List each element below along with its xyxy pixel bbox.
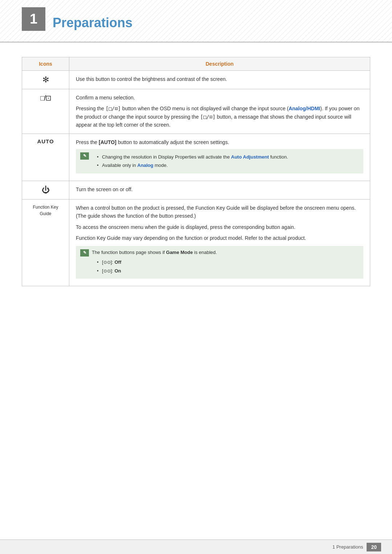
desc-input-source: Pressing the [□/⊡] button when the OSD m… (76, 104, 363, 129)
desc-cell-auto: Press the [AUTO] button to automatically… (69, 134, 370, 181)
note-content-funckey: The function buttons page shows if Game … (92, 249, 359, 276)
funckey-icon: Function Key Guide (33, 205, 58, 216)
footer-page-number: 20 (367, 543, 381, 551)
page-footer: 1 Preparations 20 (0, 539, 392, 554)
monitor-input-icon: □/⊡ (40, 94, 51, 102)
funckey-note-text: The function buttons page shows if Game … (92, 249, 359, 256)
note-box-auto: ✎ Changing the resolution in Display Pro… (76, 149, 363, 173)
desc-text: Use this button to control the brightnes… (76, 75, 363, 83)
table-row: Function Key Guide When a control button… (22, 199, 370, 286)
icon-cell-funckey: Function Key Guide (22, 199, 69, 286)
funckey-bullet-list: [⊙⊙]: Off [⊙⊙]: On (92, 259, 359, 274)
desc-funckey-3: Function Key Guide may vary depending on… (76, 234, 363, 242)
col-header-icons: Icons (22, 57, 69, 71)
table-row: □/⊡ Confirm a menu selection. Pressing t… (22, 89, 370, 134)
table-row: ✻ Use this button to control the brightn… (22, 71, 370, 89)
desc-power: Turn the screen on or off. (76, 185, 363, 193)
desc-funckey-2: To access the onscreen menu when the gui… (76, 223, 363, 231)
list-item: Available only in Analog mode. (95, 162, 359, 169)
footer-chapter-label: 1 Preparations (332, 544, 363, 550)
col-header-description: Description (69, 57, 370, 71)
note-icon: ✎ (80, 152, 89, 160)
table-row: ⏻ Turn the screen on or off. (22, 181, 370, 199)
icons-table: Icons Description ✻ Use this button to c… (22, 57, 370, 286)
note-box-funckey: ✎ The function buttons page shows if Gam… (76, 246, 363, 279)
list-item: [⊙⊙]: Off (95, 259, 359, 266)
icon-cell-sun: ✻ (22, 71, 69, 89)
desc-cell-sun: Use this button to control the brightnes… (69, 71, 370, 89)
sun-icon: ✻ (42, 75, 49, 84)
icon-cell-monitor: □/⊡ (22, 89, 69, 134)
desc-cell-funckey: When a control button on the product is … (69, 199, 370, 286)
list-item: Changing the resolution in Display Prope… (95, 153, 359, 161)
note-icon-funckey: ✎ (80, 249, 89, 257)
icon-cell-power: ⏻ (22, 181, 69, 199)
main-content: Icons Description ✻ Use this button to c… (0, 57, 392, 286)
desc-auto: Press the [AUTO] button to automatically… (76, 138, 363, 146)
note-content-auto: Changing the resolution in Display Prope… (92, 152, 359, 171)
power-icon: ⏻ (42, 185, 50, 194)
icon-cell-auto: AUTO (22, 134, 69, 181)
chapter-header: 1 Preparations (0, 0, 392, 42)
table-row: AUTO Press the [AUTO] button to automati… (22, 134, 370, 181)
auto-bullet-list: Changing the resolution in Display Prope… (92, 153, 359, 169)
desc-cell-power: Turn the screen on or off. (69, 181, 370, 199)
desc-confirm: Confirm a menu selection. (76, 94, 363, 102)
list-item: [⊙⊙]: On (95, 267, 359, 275)
desc-cell-monitor: Confirm a menu selection. Pressing the [… (69, 89, 370, 134)
chapter-title: Preparations (22, 11, 370, 34)
auto-icon: AUTO (37, 138, 54, 144)
desc-funckey-1: When a control button on the product is … (76, 204, 363, 220)
